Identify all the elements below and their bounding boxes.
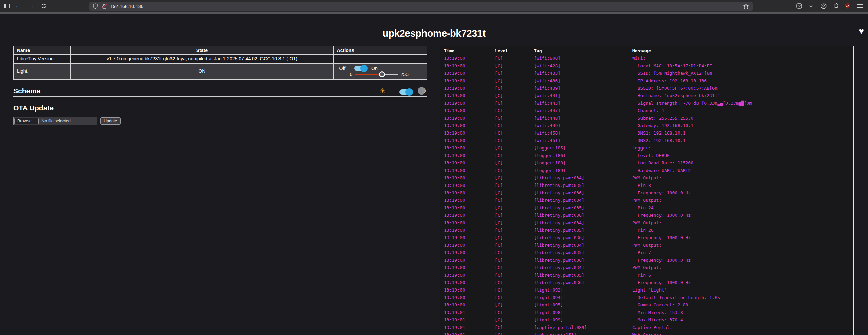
log-row: 13:19:00[C][wifi:443] Signal strength: -… <box>440 100 853 107</box>
light-toggle[interactable] <box>354 66 366 71</box>
log-message: Min Mireds: 153.8 <box>632 309 853 316</box>
log-row: 13:19:00[C][wifi:441] Hostname: 'upk2esp… <box>440 92 853 100</box>
menu-hamburger-icon[interactable] <box>855 0 865 12</box>
log-level: [C] <box>495 77 534 85</box>
sidebar-toggle-icon[interactable] <box>3 0 10 12</box>
brightness-slider-thumb[interactable] <box>379 71 385 77</box>
log-tag: [libretiny.pwm:035] <box>534 249 632 257</box>
ublock-icon[interactable]: uO <box>843 0 852 12</box>
browse-button[interactable]: Browse… <box>14 118 39 124</box>
heart-icon[interactable]: ♥ <box>859 26 864 36</box>
log-message: PWM Output: <box>632 197 853 204</box>
log-row: 13:19:00[C][wifi:428] Local MAC: 10:5A:1… <box>440 62 853 70</box>
log-message: Log Baud Rate: 115200 <box>632 159 853 167</box>
url-bar[interactable]: 192.168.10.136 <box>89 2 753 11</box>
account-icon[interactable] <box>819 0 828 12</box>
log-row: 13:19:00[C][libretiny.pwm:035] Pin 26 <box>440 227 853 234</box>
log-message: DNS2: 192.168.10.1 <box>632 137 853 144</box>
file-input[interactable]: Browse… No file selected. <box>13 117 97 125</box>
log-time: 13:19:00 <box>444 227 495 234</box>
log-level: [C] <box>495 129 534 137</box>
log-time: 13:19:00 <box>444 62 495 70</box>
log-tag: [wifi:428] <box>534 62 632 70</box>
log-message: PWM Output: <box>632 242 853 249</box>
log-time: 13:19:00 <box>444 257 495 264</box>
log-tag: [wifi:443] <box>534 100 632 107</box>
log-message: Frequency: 1000.0 Hz <box>632 279 853 286</box>
log-message: BSSID: [5m00:5F:67:80:57:AB[6m <box>632 85 853 92</box>
bookmark-star-icon[interactable] <box>743 3 749 10</box>
log-message: WiFi: <box>632 55 853 62</box>
log-level: [C] <box>495 204 534 212</box>
back-button[interactable]: ← <box>14 0 22 12</box>
scheme-divider <box>13 96 427 97</box>
brightness-slider[interactable] <box>355 71 398 77</box>
log-row: 13:19:01[C][light:099] Max Mireds: 370.4 <box>440 316 853 324</box>
ota-heading: OTA Update <box>13 104 54 112</box>
log-level: [C] <box>495 242 534 249</box>
log-message: Gateway: 192.168.10.1 <box>632 122 853 129</box>
log-level: [C] <box>495 159 534 167</box>
log-time: 13:19:00 <box>444 212 495 219</box>
log-message: Local MAC: 10:5A:17:D1:D4:FE <box>632 62 853 70</box>
log-row: 13:19:00[C][libretiny.pwm:036] Frequency… <box>440 234 853 242</box>
log-message: Pin 6 <box>632 271 853 279</box>
forward-button[interactable]: → <box>26 0 35 12</box>
log-message: Frequency: 1000.0 Hz <box>632 234 853 242</box>
shield-icon[interactable] <box>93 3 98 9</box>
log-row: 13:19:00[C][wifi:451] DNS2: 192.168.10.1 <box>440 137 853 144</box>
log-tag: [libretiny.pwm:035] <box>534 271 632 279</box>
log-time: 13:19:00 <box>444 189 495 197</box>
log-time: 13:19:00 <box>444 279 495 286</box>
log-time: 13:19:00 <box>444 294 495 301</box>
log-header: Time level Tag Message <box>440 46 853 55</box>
log-level: [C] <box>495 294 534 301</box>
log-header-time: Time <box>444 48 495 53</box>
update-button[interactable]: Update <box>100 117 121 125</box>
log-time: 13:19:00 <box>444 129 495 137</box>
table-row-libretiny-version: LibreTiny Version v1.7.0 on generic-bk72… <box>14 54 427 63</box>
log-tag: [wifi:439] <box>534 85 632 92</box>
log-panel[interactable]: Time level Tag Message 13:19:00[C][wifi:… <box>440 46 854 335</box>
log-time: 13:19:00 <box>444 264 495 271</box>
log-time: 13:19:00 <box>444 114 495 122</box>
log-level: [C] <box>495 331 534 335</box>
reload-button[interactable] <box>39 0 48 12</box>
log-message: Channel: 1 <box>632 107 853 114</box>
log-level: [C] <box>495 122 534 129</box>
libretiny-actions <box>333 54 427 63</box>
log-message: Level: DEBUG <box>632 152 853 159</box>
page-title: upk2esphome-bk7231t <box>0 28 868 39</box>
log-row: 13:19:00[C][light:095] Gamma Correct: 2.… <box>440 301 853 309</box>
log-row: 13:19:00[C][wifi:449] Gateway: 192.168.1… <box>440 122 853 129</box>
log-message: Logger: <box>632 144 853 152</box>
scheme-toggle[interactable] <box>399 89 412 95</box>
insecure-lock-icon[interactable] <box>102 4 107 9</box>
extensions-puzzle-icon[interactable] <box>831 0 840 12</box>
log-tag: [wifi:436] <box>534 77 632 85</box>
log-message: Pin 24 <box>632 204 853 212</box>
log-tag: [light:098] <box>534 309 632 316</box>
log-message: Hostname: 'upk2esphome-bk7231t' <box>632 92 853 100</box>
log-tag: [light:095] <box>534 301 632 309</box>
log-tag: [wifi:451] <box>534 137 632 144</box>
browser-toolbar: ← → 192.168.10.136 uO <box>0 0 868 12</box>
log-message: Pin 26 <box>632 227 853 234</box>
pocket-icon[interactable] <box>795 0 803 12</box>
light-toggle-knob <box>360 65 368 72</box>
downloads-icon[interactable] <box>807 0 815 12</box>
log-time: 13:19:00 <box>444 100 495 107</box>
log-level: [C] <box>495 234 534 242</box>
log-row: 13:19:00[C][libretiny.pwm:036] Frequency… <box>440 212 853 219</box>
log-tag: [wifi:600] <box>534 55 632 62</box>
log-row: 13:19:00[C][libretiny.pwm:035] Pin 8 <box>440 182 853 189</box>
log-tag: [wifi:450] <box>534 129 632 137</box>
log-time: 13:19:00 <box>444 167 495 174</box>
log-time: 13:19:00 <box>444 77 495 85</box>
log-message: Max Mireds: 370.4 <box>632 316 853 324</box>
log-row: 13:19:00[C][wifi:436] IP Address: 192.16… <box>440 77 853 85</box>
log-row: 13:19:00[C][logger:188] Log Baud Rate: 1… <box>440 159 853 167</box>
log-time: 13:19:00 <box>444 234 495 242</box>
log-time: 13:19:00 <box>444 271 495 279</box>
log-row: 13:19:00[C][wifi:439] BSSID: [5m00:5F:67… <box>440 85 853 92</box>
